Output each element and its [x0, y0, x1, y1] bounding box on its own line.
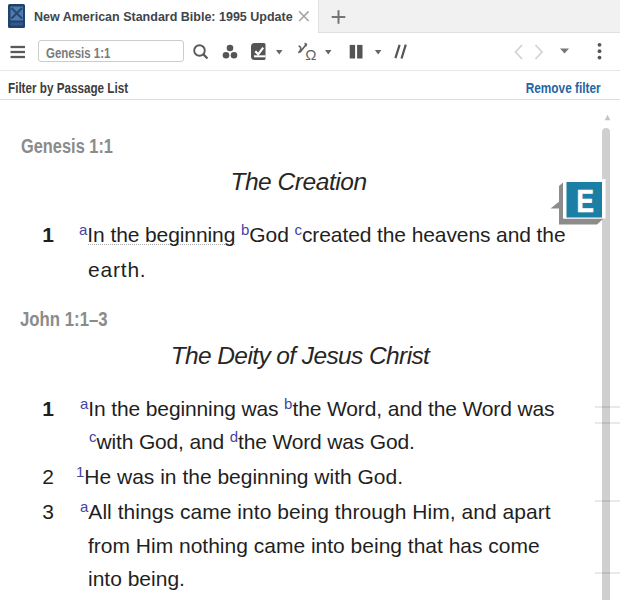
svg-text:E: E: [577, 183, 594, 218]
svg-text:Ω: Ω: [305, 46, 316, 63]
